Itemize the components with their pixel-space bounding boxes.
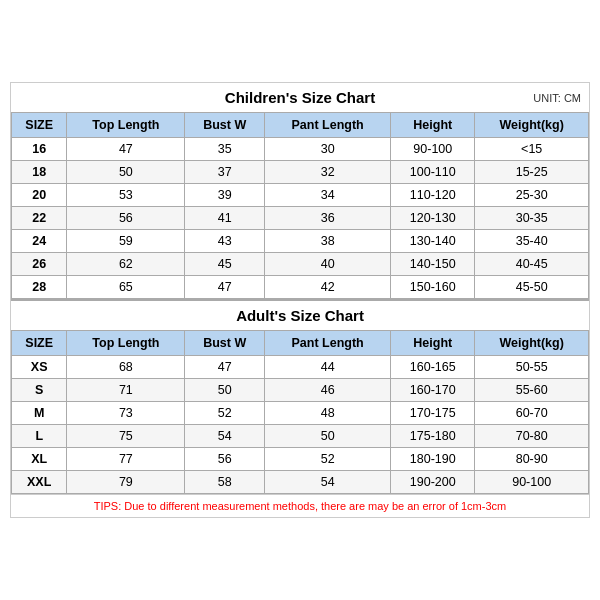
col-weight: Weight(kg) (475, 113, 589, 138)
table-row: L755450175-18070-80 (12, 425, 589, 448)
size-cell: 20 (12, 184, 67, 207)
col-size: SIZE (12, 113, 67, 138)
data-cell: 47 (67, 138, 185, 161)
col-bust-w: Bust W (185, 113, 265, 138)
data-cell: 47 (185, 356, 265, 379)
data-cell: 34 (265, 184, 391, 207)
data-cell: 56 (185, 448, 265, 471)
table-row: XL775652180-19080-90 (12, 448, 589, 471)
data-cell: 55-60 (475, 379, 589, 402)
col-size-adult: SIZE (12, 331, 67, 356)
table-row: 18503732100-11015-25 (12, 161, 589, 184)
data-cell: 120-130 (391, 207, 475, 230)
data-cell: 190-200 (391, 471, 475, 494)
data-cell: 90-100 (391, 138, 475, 161)
size-cell: S (12, 379, 67, 402)
data-cell: 42 (265, 276, 391, 299)
size-cell: L (12, 425, 67, 448)
col-pant-length: Pant Length (265, 113, 391, 138)
data-cell: 170-175 (391, 402, 475, 425)
data-cell: 71 (67, 379, 185, 402)
data-cell: 50 (185, 379, 265, 402)
data-cell: 32 (265, 161, 391, 184)
size-cell: 18 (12, 161, 67, 184)
data-cell: 73 (67, 402, 185, 425)
adults-title-text: Adult's Size Chart (236, 307, 364, 324)
data-cell: 58 (185, 471, 265, 494)
data-cell: 50 (265, 425, 391, 448)
data-cell: 52 (185, 402, 265, 425)
size-cell: 28 (12, 276, 67, 299)
data-cell: 30 (265, 138, 391, 161)
data-cell: 50-55 (475, 356, 589, 379)
table-row: 26624540140-15040-45 (12, 253, 589, 276)
data-cell: 62 (67, 253, 185, 276)
col-bust-w-adult: Bust W (185, 331, 265, 356)
table-row: 22564136120-13030-35 (12, 207, 589, 230)
data-cell: 59 (67, 230, 185, 253)
data-cell: 47 (185, 276, 265, 299)
data-cell: 25-30 (475, 184, 589, 207)
adults-header-row: SIZE Top Length Bust W Pant Length Heigh… (12, 331, 589, 356)
size-cell: 16 (12, 138, 67, 161)
col-height-adult: Height (391, 331, 475, 356)
data-cell: 60-70 (475, 402, 589, 425)
data-cell: 79 (67, 471, 185, 494)
data-cell: 80-90 (475, 448, 589, 471)
data-cell: 48 (265, 402, 391, 425)
unit-label: UNIT: CM (533, 92, 581, 104)
data-cell: 40 (265, 253, 391, 276)
data-cell: 70-80 (475, 425, 589, 448)
data-cell: 130-140 (391, 230, 475, 253)
data-cell: 53 (67, 184, 185, 207)
table-row: 20533934110-12025-30 (12, 184, 589, 207)
data-cell: 37 (185, 161, 265, 184)
table-row: XS684744160-16550-55 (12, 356, 589, 379)
size-cell: XL (12, 448, 67, 471)
data-cell: 35-40 (475, 230, 589, 253)
data-cell: 54 (265, 471, 391, 494)
data-cell: 65 (67, 276, 185, 299)
data-cell: 15-25 (475, 161, 589, 184)
adults-section-title: Adult's Size Chart (11, 299, 589, 330)
adults-table-body: XS684744160-16550-55S715046160-17055-60M… (12, 356, 589, 494)
adults-size-table: SIZE Top Length Bust W Pant Length Heigh… (11, 330, 589, 494)
tips-text: TIPS: Due to different measurement metho… (11, 494, 589, 517)
children-table-body: 1647353090-100<1518503732100-11015-25205… (12, 138, 589, 299)
data-cell: 56 (67, 207, 185, 230)
data-cell: 150-160 (391, 276, 475, 299)
data-cell: 40-45 (475, 253, 589, 276)
data-cell: 30-35 (475, 207, 589, 230)
data-cell: <15 (475, 138, 589, 161)
children-title-text: Children's Size Chart (225, 89, 375, 106)
data-cell: 140-150 (391, 253, 475, 276)
data-cell: 54 (185, 425, 265, 448)
col-height: Height (391, 113, 475, 138)
data-cell: 41 (185, 207, 265, 230)
children-section-title: Children's Size Chart UNIT: CM (11, 83, 589, 112)
data-cell: 38 (265, 230, 391, 253)
data-cell: 45 (185, 253, 265, 276)
data-cell: 52 (265, 448, 391, 471)
col-weight-adult: Weight(kg) (475, 331, 589, 356)
size-cell: 22 (12, 207, 67, 230)
data-cell: 90-100 (475, 471, 589, 494)
data-cell: 39 (185, 184, 265, 207)
table-row: 28654742150-16045-50 (12, 276, 589, 299)
table-row: 1647353090-100<15 (12, 138, 589, 161)
table-row: S715046160-17055-60 (12, 379, 589, 402)
children-size-table: SIZE Top Length Bust W Pant Length Heigh… (11, 112, 589, 299)
children-header-row: SIZE Top Length Bust W Pant Length Heigh… (12, 113, 589, 138)
data-cell: 180-190 (391, 448, 475, 471)
data-cell: 50 (67, 161, 185, 184)
table-row: XXL795854190-20090-100 (12, 471, 589, 494)
size-cell: XXL (12, 471, 67, 494)
size-chart-container: Children's Size Chart UNIT: CM SIZE Top … (10, 82, 590, 518)
data-cell: 36 (265, 207, 391, 230)
data-cell: 175-180 (391, 425, 475, 448)
data-cell: 160-165 (391, 356, 475, 379)
data-cell: 35 (185, 138, 265, 161)
table-row: M735248170-17560-70 (12, 402, 589, 425)
col-top-length-adult: Top Length (67, 331, 185, 356)
table-row: 24594338130-14035-40 (12, 230, 589, 253)
